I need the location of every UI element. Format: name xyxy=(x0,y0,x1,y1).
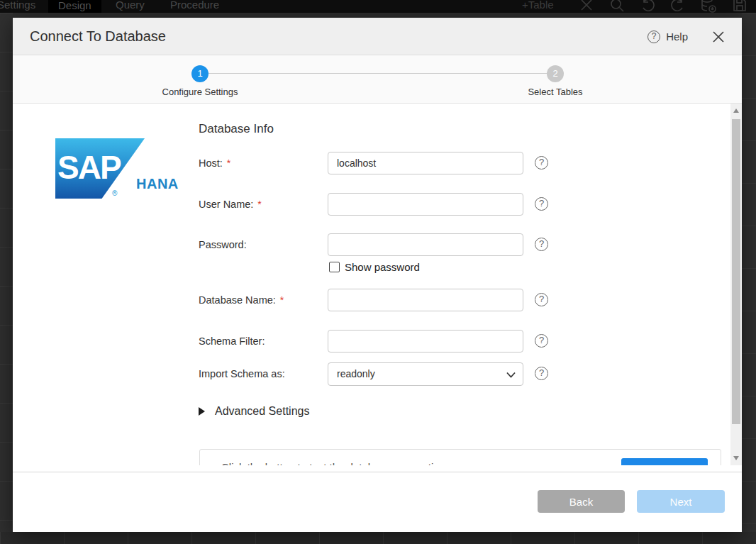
import-schema-select[interactable]: readonly xyxy=(328,362,523,386)
content-scrollbar[interactable] xyxy=(730,104,742,465)
tab-design[interactable]: Design xyxy=(48,0,101,13)
step-1-label: Configure Settings xyxy=(150,87,250,97)
redo-icon[interactable] xyxy=(669,0,686,13)
advanced-settings-label: Advanced Settings xyxy=(215,405,309,418)
tab-settings[interactable]: Settings xyxy=(0,0,35,11)
schema-filter-help-icon[interactable]: ? xyxy=(535,334,548,348)
step-1-circle[interactable]: 1 xyxy=(191,65,209,82)
save-icon[interactable] xyxy=(731,0,748,13)
connect-to-database-dialog: Connect To Database ? Help 1 Configure S… xyxy=(13,18,742,532)
dimmed-background-right xyxy=(742,13,756,544)
schema-filter-input[interactable] xyxy=(328,330,523,353)
dialog-title: Connect To Database xyxy=(30,18,166,55)
scroll-down-arrow-icon[interactable] xyxy=(733,456,739,460)
tab-procedure[interactable]: Procedure xyxy=(170,0,219,11)
import-schema-row: Import Schema as: readonly ? xyxy=(13,362,742,385)
required-asterisk: * xyxy=(257,199,261,210)
host-label: Host:* xyxy=(199,157,230,169)
username-help-icon[interactable]: ? xyxy=(535,197,548,211)
host-row: Host:* ? xyxy=(13,152,742,174)
back-button[interactable]: Back xyxy=(538,490,625,513)
database-name-input[interactable] xyxy=(328,289,523,311)
help-icon[interactable]: ? xyxy=(647,30,660,43)
schema-filter-label: Schema Filter: xyxy=(199,335,265,347)
dimmed-background-bottom xyxy=(0,532,756,544)
dimmed-background-left xyxy=(0,13,13,544)
step-connector xyxy=(209,73,547,74)
collapsed-triangle-icon xyxy=(199,407,205,416)
import-schema-selected-value: readonly xyxy=(337,368,375,379)
footer-divider xyxy=(13,472,742,472)
database-name-help-icon[interactable]: ? xyxy=(535,293,548,306)
schema-filter-row: Schema Filter: ? xyxy=(13,330,742,353)
username-input[interactable] xyxy=(328,193,523,216)
password-label: Password: xyxy=(199,239,247,250)
dialog-content: SAP ® HANA Database Info Host:* ? User N… xyxy=(13,104,742,465)
add-table-button[interactable]: +Table xyxy=(522,0,554,11)
help-link[interactable]: Help xyxy=(666,30,688,43)
app-toolbar: Settings Design Query Procedure +Table xyxy=(0,0,756,13)
undo-icon[interactable] xyxy=(639,0,656,13)
next-button[interactable]: Next xyxy=(637,490,725,513)
test-connection-note: Click the button to test the database co… xyxy=(221,461,445,465)
wizard-steps: 1 Configure Settings 2 Select Tables xyxy=(13,55,742,104)
scroll-up-arrow-icon[interactable] xyxy=(733,109,739,113)
test-connection-panel: Click the button to test the database co… xyxy=(199,449,721,465)
database-name-row: Database Name:* ? xyxy=(13,289,742,311)
dialog-close-icon[interactable] xyxy=(712,30,725,43)
required-asterisk: * xyxy=(227,157,230,169)
tab-query[interactable]: Query xyxy=(116,0,145,11)
import-schema-label: Import Schema as: xyxy=(199,368,285,379)
database-export-icon[interactable] xyxy=(700,0,717,13)
database-name-label: Database Name:* xyxy=(199,294,284,306)
step-2-label: Select Tables xyxy=(513,87,598,97)
show-password-checkbox[interactable] xyxy=(329,262,340,272)
scrollbar-thumb[interactable] xyxy=(732,119,740,424)
password-help-icon[interactable]: ? xyxy=(535,238,548,251)
step-2-circle[interactable]: 2 xyxy=(547,65,564,82)
password-input[interactable] xyxy=(328,233,523,256)
username-label: User Name:* xyxy=(199,199,262,210)
advanced-settings-toggle[interactable]: Advanced Settings xyxy=(199,405,309,418)
dialog-header: Connect To Database ? Help xyxy=(13,18,742,55)
username-row: User Name:* ? xyxy=(13,193,742,216)
section-heading: Database Info xyxy=(199,122,274,136)
search-icon[interactable] xyxy=(608,0,626,13)
password-row: Password: ? xyxy=(13,233,742,256)
show-password-row: Show password xyxy=(329,261,420,272)
required-asterisk: * xyxy=(280,294,284,306)
test-connection-button[interactable]: Test Connection xyxy=(621,458,708,465)
host-input[interactable] xyxy=(328,152,523,174)
show-password-label: Show password xyxy=(345,261,420,273)
import-schema-help-icon[interactable]: ? xyxy=(535,367,548,380)
close-icon[interactable] xyxy=(578,0,595,13)
host-help-icon[interactable]: ? xyxy=(535,156,548,170)
hana-logo-text: HANA xyxy=(136,176,179,192)
